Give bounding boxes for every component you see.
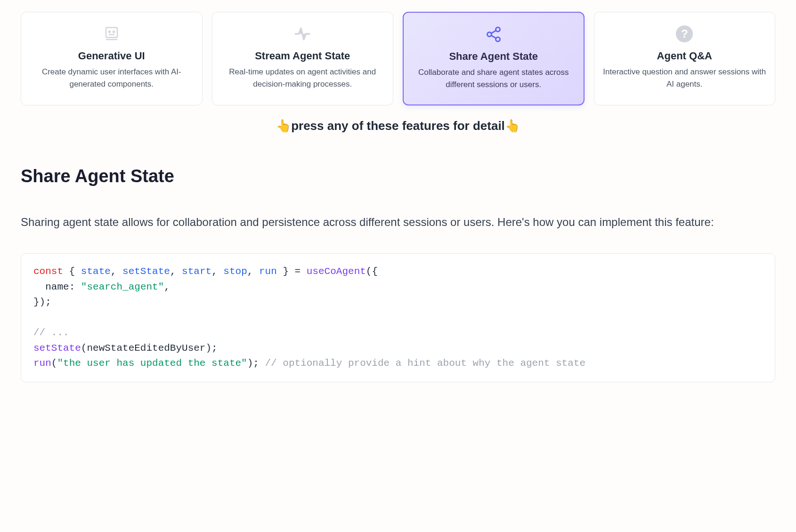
code-comment: // optionally provide a hint about why t… <box>265 358 586 369</box>
card-description: Create dynamic user interfaces with AI-g… <box>30 66 194 91</box>
press-hint-text: 👆press any of these features for detail👆 <box>21 119 775 133</box>
share-icon <box>484 25 503 44</box>
card-title: Share Agent State <box>449 50 538 63</box>
feature-card-share-agent-state[interactable]: Share Agent State Collaborate and share … <box>403 12 585 105</box>
code-block: const { state, setState, start, stop, ru… <box>21 253 775 382</box>
code-var: state <box>81 266 111 277</box>
question-icon: ? <box>675 24 694 43</box>
code-var: run <box>259 266 277 277</box>
card-description: Real-time updates on agent activities an… <box>221 66 385 91</box>
svg-line-9 <box>491 35 496 38</box>
card-description: Collaborate and share agent states acros… <box>412 66 575 91</box>
section-title: Share Agent State <box>21 166 775 186</box>
code-comment: // ... <box>33 327 69 338</box>
code-text: (newStateEditedByUser); <box>81 343 218 354</box>
svg-point-2 <box>113 31 114 32</box>
display-icon <box>102 24 121 43</box>
svg-line-8 <box>491 31 496 33</box>
code-text: , <box>111 266 122 277</box>
code-keyword: const <box>33 266 63 277</box>
code-text: , <box>170 266 182 277</box>
code-text: { <box>63 266 81 277</box>
code-text: , <box>247 266 259 277</box>
activity-icon <box>293 24 312 43</box>
code-string: "the user has updated the state" <box>57 358 247 369</box>
code-var: stop <box>223 266 247 277</box>
code-text: } = <box>277 266 307 277</box>
code-func: setState <box>33 343 81 354</box>
card-title: Agent Q&A <box>657 50 712 62</box>
code-text: ( <box>51 358 57 369</box>
code-string: "search_agent" <box>81 282 164 292</box>
code-func: run <box>33 358 51 369</box>
code-text: }); <box>33 297 51 307</box>
code-text: , <box>164 282 170 292</box>
code-text: : <box>69 282 81 292</box>
feature-card-agent-qa[interactable]: ? Agent Q&A Interactive question and ans… <box>594 12 776 105</box>
code-text: ); <box>247 358 265 369</box>
svg-point-1 <box>109 31 110 32</box>
feature-card-stream-agent-state[interactable]: Stream Agent State Real-time updates on … <box>212 12 394 105</box>
card-title: Generative UI <box>78 50 145 62</box>
feature-card-generative-ui[interactable]: Generative UI Create dynamic user interf… <box>21 12 203 105</box>
code-text <box>33 282 45 292</box>
card-description: Interactive question and answer sessions… <box>603 66 767 91</box>
code-text: , <box>211 266 223 277</box>
code-var: start <box>182 266 211 277</box>
svg-rect-0 <box>106 28 117 38</box>
feature-cards-row: Generative UI Create dynamic user interf… <box>21 12 775 105</box>
code-text: ({ <box>366 266 378 277</box>
card-title: Stream Agent State <box>255 50 350 62</box>
code-var: setState <box>122 266 170 277</box>
code-prop: name <box>45 282 69 292</box>
section-description: Sharing agent state allows for collabora… <box>21 212 775 233</box>
code-func: useCoAgent <box>307 266 366 277</box>
